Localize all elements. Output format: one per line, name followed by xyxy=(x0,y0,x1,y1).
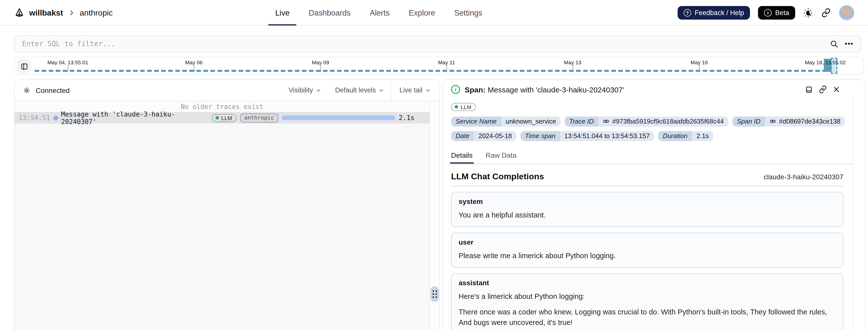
span-diamond-icon xyxy=(53,115,59,121)
green-dot-icon xyxy=(215,116,219,120)
close-panel-button[interactable] xyxy=(833,86,840,93)
trace-timestamp: 13:54:51 xyxy=(19,114,50,122)
sql-filter-icons xyxy=(830,39,853,48)
attr-value[interactable]: #d08697de343ce138 xyxy=(765,116,845,126)
trace-list-body: No older traces exist 13:54:51 Message w… xyxy=(14,101,439,330)
span-detail-panel: i Span: Message with 'claude-3-haiku-202… xyxy=(442,79,866,330)
sidebar-toggle-button[interactable] xyxy=(17,59,31,73)
section-divider xyxy=(451,186,843,186)
tabs-divider xyxy=(451,163,852,164)
visibility-dropdown[interactable]: Visibility xyxy=(282,80,328,100)
breadcrumb: willbakst anthropic xyxy=(14,0,113,26)
gear-icon[interactable] xyxy=(23,86,31,94)
timeline-tick-label: May 11 xyxy=(438,59,455,65)
timeline-tick xyxy=(194,65,194,72)
breadcrumb-project[interactable]: anthropic xyxy=(80,8,113,17)
timeline-tick-label: May 06 xyxy=(185,59,203,65)
attr-label: Duration xyxy=(658,131,692,141)
chevron-down-icon xyxy=(426,88,431,93)
timeline-tick-label: May 13 xyxy=(564,59,582,65)
nav-tab-dashboards[interactable]: Dashboards xyxy=(309,0,351,26)
timeline-tick-label: May 09 xyxy=(312,59,329,65)
panel-left-icon xyxy=(20,63,28,70)
trace-row-meta: LLM anthropic 2.1s xyxy=(212,113,414,122)
feedback-help-button[interactable]: ? Feedback / Help xyxy=(678,6,750,20)
trace-row-selected[interactable]: 13:54:51 Message with 'claude-3-haiku-20… xyxy=(14,112,430,124)
sql-filter-bar xyxy=(14,35,861,52)
user-avatar[interactable] xyxy=(839,5,855,21)
completions-section-header: LLM Chat Completions claude-3-haiku-2024… xyxy=(451,172,843,182)
beta-button[interactable]: i Beta xyxy=(758,6,795,20)
info-level-icon: i xyxy=(451,85,460,94)
chevron-right-icon xyxy=(68,9,74,16)
attr-service-name: Service Name unknown_service xyxy=(451,116,561,126)
default-levels-dropdown[interactable]: Default levels xyxy=(328,80,391,100)
attr-value: 2.1s xyxy=(692,131,713,141)
share-link-button[interactable] xyxy=(821,8,831,18)
span-header: i Span: Message with 'claude-3-haiku-202… xyxy=(443,80,865,94)
message-text: You are a helpful assistant. xyxy=(459,210,836,220)
top-right-cluster: ? Feedback / Help i Beta xyxy=(678,0,855,26)
active-tab-underline xyxy=(268,24,297,26)
live-tail-dropdown[interactable]: Live tail xyxy=(391,80,439,100)
link-icon xyxy=(819,85,827,93)
message-text: Here's a limerick about Python logging: xyxy=(459,291,836,302)
timeline-tick xyxy=(572,65,573,72)
llm-tag-badge: LLM xyxy=(451,103,476,111)
sql-filter-input[interactable] xyxy=(22,40,830,48)
dock-panel-bottom-button[interactable] xyxy=(805,86,813,93)
nav-tab-explore-label: Explore xyxy=(409,8,435,17)
feedback-help-label: Feedback / Help xyxy=(695,9,744,17)
logfire-logo-icon xyxy=(14,7,25,18)
theme-toggle-button[interactable] xyxy=(803,8,813,18)
breadcrumb-org[interactable]: willbakst xyxy=(29,8,63,17)
nav-tab-dashboards-label: Dashboards xyxy=(309,8,351,17)
span-title-text: Message with 'claude-3-haiku-20240307' xyxy=(488,85,624,94)
message-role: system xyxy=(459,197,836,205)
nav-tab-live[interactable]: Live xyxy=(275,0,289,26)
attr-duration: Duration 2.1s xyxy=(658,131,713,141)
attr-value[interactable]: #973fba5919cf9c618aafdb2635f68c44 xyxy=(598,116,728,126)
nav-tab-explore[interactable]: Explore xyxy=(409,0,435,26)
attr-value: 2024-05-18 xyxy=(474,131,516,141)
search-icon[interactable] xyxy=(830,39,838,48)
message-card-user: user Please write me a limerick about Py… xyxy=(451,232,843,267)
llm-tag-badge: LLM xyxy=(212,114,237,122)
live-tail-label: Live tail xyxy=(399,86,423,94)
question-circle-icon: ? xyxy=(684,9,691,17)
nav-tab-live-label: Live xyxy=(275,8,289,17)
top-bar: willbakst anthropic Live Dashboards Aler… xyxy=(0,0,868,26)
timeline-axis xyxy=(35,70,824,71)
trace-duration: 2.1s xyxy=(399,114,414,122)
llm-tag-label: LLM xyxy=(461,104,471,110)
message-card-assistant: assistant Here's a limerick about Python… xyxy=(451,273,843,330)
attr-value: 13:54:51.044 to 13:54:53.157 xyxy=(560,131,654,141)
span-id-value: #d08697de343ce138 xyxy=(779,118,840,125)
attr-label: Service Name xyxy=(451,116,501,126)
nav-tab-settings[interactable]: Settings xyxy=(454,0,482,26)
section-title: LLM Chat Completions xyxy=(451,172,544,182)
tab-raw-data[interactable]: Raw Data xyxy=(486,151,517,161)
close-icon xyxy=(833,86,840,93)
beta-label: Beta xyxy=(775,9,789,17)
message-role: user xyxy=(459,238,836,246)
timeline-tick xyxy=(446,65,447,72)
llm-tag-label: LLM xyxy=(221,115,232,121)
link-icon xyxy=(770,118,776,125)
tab-details[interactable]: Details xyxy=(451,151,473,161)
info-circle-icon: i xyxy=(764,9,772,17)
timeline-tick-label: May 16 xyxy=(691,59,708,65)
panel-resize-handle[interactable] xyxy=(431,286,439,302)
vendor-tag-badge: anthropic xyxy=(240,113,278,122)
span-panel-scrollbar-track[interactable] xyxy=(852,95,853,330)
dock-bottom-icon xyxy=(805,86,813,93)
trace-list: No older traces exist 13:54:51 Message w… xyxy=(14,101,430,330)
span-attributes-row-2: Date 2024-05-18 Time span 13:54:51.044 t… xyxy=(451,131,857,141)
green-dot-icon xyxy=(455,105,458,109)
more-options-icon[interactable] xyxy=(845,42,853,45)
nav-tab-alerts[interactable]: Alerts xyxy=(370,0,390,26)
timeline-histogram[interactable]: May 04, 13:55:01 May 06 May 09 May 11 Ma… xyxy=(14,57,864,75)
copy-span-link-button[interactable] xyxy=(819,85,827,93)
traces-panel-controls: Visibility Default levels Live tail xyxy=(282,80,439,100)
message-text: Please write me a limerick about Python … xyxy=(459,250,836,261)
